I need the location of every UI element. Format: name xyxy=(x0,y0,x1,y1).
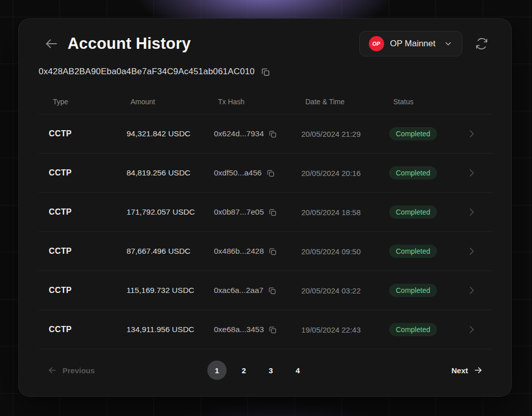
row-expand-button[interactable] xyxy=(450,245,493,257)
status-badge: Completed xyxy=(389,166,437,180)
page-button-2[interactable]: 2 xyxy=(234,361,254,380)
column-header-type: Type xyxy=(39,98,116,106)
tx-hash-cell: 0xac6a...2aa7 xyxy=(204,286,291,295)
tx-type: CCTP xyxy=(39,325,116,334)
pagination: Previous 1 2 3 4 Next xyxy=(47,361,483,380)
copy-address-button[interactable] xyxy=(261,67,270,77)
row-expand-button[interactable] xyxy=(450,323,493,336)
tx-status-cell: Completed xyxy=(379,323,450,336)
tx-hash-cell: 0xe68a...3453 xyxy=(204,325,291,334)
header-right: OP OP Mainnet xyxy=(359,31,489,56)
tx-datetime: 20/05/2024 21:29 xyxy=(291,130,379,138)
chevron-down-icon xyxy=(444,39,453,48)
status-badge: Completed xyxy=(389,127,437,140)
table-row[interactable]: CCTP 87,667.496 USDC 0x486b...2428 20/05… xyxy=(39,232,493,271)
tx-amount: 84,819.256 USDC xyxy=(116,168,204,177)
tx-type: CCTP xyxy=(39,168,116,177)
transactions-table: Type Amount Tx Hash Date & Time Status C… xyxy=(39,89,493,349)
chevron-right-icon xyxy=(465,323,478,336)
status-badge: Completed xyxy=(389,205,437,219)
tx-hash-cell: 0x486b...2428 xyxy=(204,247,291,256)
tx-hash: 0xdf50...a456 xyxy=(214,168,262,177)
refresh-button[interactable] xyxy=(475,37,489,51)
header-left: Account History xyxy=(43,35,191,53)
copy-tx-hash-button[interactable] xyxy=(268,286,276,295)
row-expand-button[interactable] xyxy=(450,284,493,296)
back-button[interactable] xyxy=(43,36,59,52)
tx-status-cell: Completed xyxy=(379,205,450,219)
column-header-datetime: Date & Time xyxy=(291,98,379,106)
table-row[interactable]: CCTP 115,169.732 USDC 0xac6a...2aa7 20/0… xyxy=(39,271,493,310)
page-numbers: 1 2 3 4 xyxy=(207,361,307,380)
table-row[interactable]: CCTP 171,792.057 USDC 0x0b87...7e05 20/0… xyxy=(39,193,493,232)
page-button-4[interactable]: 4 xyxy=(288,361,307,380)
row-expand-button[interactable] xyxy=(450,206,493,218)
card-header: Account History OP OP Mainnet xyxy=(43,31,489,56)
tx-hash: 0xe68a...3453 xyxy=(214,325,264,334)
tx-status-cell: Completed xyxy=(379,245,450,258)
tx-hash-cell: 0x0b87...7e05 xyxy=(204,207,291,217)
row-expand-button[interactable] xyxy=(450,128,493,140)
chevron-right-icon xyxy=(465,245,478,257)
tx-type: CCTP xyxy=(39,247,116,256)
page-background: Account History OP OP Mainnet xyxy=(0,0,532,416)
next-page-button[interactable]: Next xyxy=(451,365,483,375)
chevron-right-icon xyxy=(465,167,478,179)
copy-icon xyxy=(268,247,277,256)
chevron-right-icon xyxy=(465,284,478,296)
tx-datetime: 20/05/2024 18:58 xyxy=(291,208,379,217)
tx-datetime: 20/05/2024 03:22 xyxy=(291,286,379,295)
status-badge: Completed xyxy=(389,245,437,258)
status-badge: Completed xyxy=(389,323,437,336)
account-history-card: Account History OP OP Mainnet xyxy=(18,18,512,397)
table-row[interactable]: CCTP 134,911.956 USDC 0xe68a...3453 19/0… xyxy=(39,310,493,349)
tx-datetime: 19/05/2024 22:43 xyxy=(291,325,379,334)
tx-hash: 0xac6a...2aa7 xyxy=(214,286,263,295)
previous-page-button[interactable]: Previous xyxy=(47,365,95,375)
tx-hash: 0x0b87...7e05 xyxy=(214,207,264,217)
page-title: Account History xyxy=(68,35,191,53)
column-header-tx-hash: Tx Hash xyxy=(204,98,291,106)
tx-status-cell: Completed xyxy=(379,284,450,297)
tx-amount: 171,792.057 USDC xyxy=(116,207,204,217)
tx-type: CCTP xyxy=(39,286,116,295)
chevron-right-icon xyxy=(465,206,478,218)
table-row[interactable]: CCTP 94,321.842 USDC 0x624d...7934 20/05… xyxy=(39,114,493,154)
row-expand-button[interactable] xyxy=(450,167,493,179)
copy-icon xyxy=(268,286,276,295)
tx-amount: 87,667.496 USDC xyxy=(116,247,204,256)
tx-amount: 134,911.956 USDC xyxy=(116,325,204,334)
tx-datetime: 20/05/2024 20:16 xyxy=(291,169,379,177)
address-row: 0x428AB2BA90Eba0a4Be7aF34C9Ac451ab061AC0… xyxy=(39,67,487,77)
tx-type: CCTP xyxy=(39,129,116,138)
network-select-dropdown[interactable]: OP OP Mainnet xyxy=(359,31,462,56)
next-page-label: Next xyxy=(451,366,468,375)
network-select-label: OP Mainnet xyxy=(390,39,435,49)
copy-icon xyxy=(268,208,277,217)
table-row[interactable]: CCTP 84,819.256 USDC 0xdf50...a456 20/05… xyxy=(39,154,493,193)
page-button-1[interactable]: 1 xyxy=(207,361,227,380)
tx-hash: 0x624d...7934 xyxy=(214,129,264,138)
page-button-3[interactable]: 3 xyxy=(261,361,280,380)
tx-type: CCTP xyxy=(39,207,116,217)
tx-status-cell: Completed xyxy=(379,127,450,140)
copy-tx-hash-button[interactable] xyxy=(266,169,275,177)
tx-hash-cell: 0x624d...7934 xyxy=(204,129,291,138)
copy-tx-hash-button[interactable] xyxy=(268,325,277,334)
arrow-left-icon xyxy=(44,36,59,51)
chevron-right-icon xyxy=(465,128,478,140)
column-header-status: Status xyxy=(379,98,450,106)
tx-hash: 0x486b...2428 xyxy=(214,247,264,256)
tx-status-cell: Completed xyxy=(379,166,450,180)
copy-tx-hash-button[interactable] xyxy=(268,130,277,138)
refresh-icon xyxy=(475,37,488,50)
arrow-right-icon xyxy=(473,365,483,375)
copy-icon xyxy=(266,169,275,177)
tx-hash-cell: 0xdf50...a456 xyxy=(204,168,291,177)
copy-tx-hash-button[interactable] xyxy=(268,208,277,217)
status-badge: Completed xyxy=(389,284,437,297)
copy-tx-hash-button[interactable] xyxy=(268,247,277,256)
previous-page-label: Previous xyxy=(62,366,95,375)
copy-icon xyxy=(268,130,277,138)
copy-icon xyxy=(268,325,277,334)
